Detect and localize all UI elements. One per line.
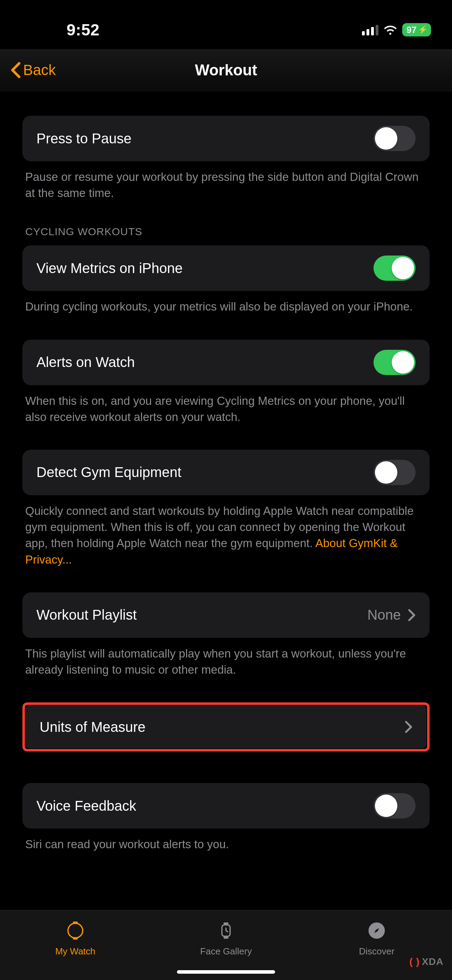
tab-label: Face Gallery <box>200 946 251 957</box>
row-footer: Siri can read your workout alerts to you… <box>25 836 427 853</box>
battery-indicator: 97 ⚡ <box>402 23 431 37</box>
group-press-to-pause: Press to Pause Pause or resume your work… <box>22 116 430 201</box>
highlight-units-of-measure: Units of Measure <box>22 702 430 751</box>
status-right: 97 ⚡ <box>362 23 431 37</box>
row-alerts-on-watch[interactable]: Alerts on Watch <box>22 340 430 385</box>
group-detect-gym: Detect Gym Equipment Quickly connect and… <box>22 450 430 568</box>
toggle-voice-feedback[interactable] <box>374 793 415 818</box>
nav-bar: Back Workout <box>0 49 452 91</box>
row-footer: During cycling workouts, your metrics wi… <box>25 299 427 315</box>
row-label: View Metrics on iPhone <box>37 261 183 276</box>
tab-label: My Watch <box>56 946 95 957</box>
row-label: Units of Measure <box>40 719 145 735</box>
group-cycling: CYCLING WORKOUTS View Metrics on iPhone … <box>22 226 430 315</box>
row-voice-feedback[interactable]: Voice Feedback <box>22 783 430 829</box>
back-label: Back <box>23 62 56 78</box>
chevron-right-icon <box>408 609 415 621</box>
svg-rect-1 <box>73 921 78 924</box>
back-button[interactable]: Back <box>11 62 56 78</box>
svg-rect-5 <box>224 937 228 939</box>
toggle-alerts-on-watch[interactable] <box>374 350 415 375</box>
toggle-detect-gym-equipment[interactable] <box>374 460 415 485</box>
section-header-cycling: CYCLING WORKOUTS <box>25 226 430 238</box>
row-label: Alerts on Watch <box>37 354 135 370</box>
tab-face-gallery[interactable]: Face Gallery <box>151 920 301 957</box>
row-footer: When this is on, and you are viewing Cyc… <box>25 393 427 425</box>
group-alerts: Alerts on Watch When this is on, and you… <box>22 340 430 425</box>
group-voice-feedback: Voice Feedback Siri can read your workou… <box>22 783 430 853</box>
watch-face-icon <box>215 920 237 941</box>
watermark-xda: ( )XDA <box>409 956 444 967</box>
compass-icon <box>366 920 387 941</box>
chevron-right-icon <box>405 721 412 733</box>
battery-percent: 97 <box>406 24 417 35</box>
toggle-view-metrics[interactable] <box>374 256 415 281</box>
row-label: Voice Feedback <box>37 798 136 814</box>
row-label: Workout Playlist <box>37 607 137 623</box>
home-indicator[interactable] <box>177 970 275 974</box>
svg-rect-2 <box>73 937 78 940</box>
nav-title: Workout <box>0 61 452 79</box>
screen: 9:52 97 ⚡ Back Workout <box>0 0 452 980</box>
toggle-press-to-pause[interactable] <box>374 126 415 151</box>
row-workout-playlist[interactable]: Workout Playlist None <box>22 592 430 638</box>
cellular-signal-icon <box>362 24 379 35</box>
row-label: Press to Pause <box>37 131 131 146</box>
group-workout-playlist: Workout Playlist None This playlist will… <box>22 592 430 678</box>
content[interactable]: Press to Pause Pause or resume your work… <box>0 91 452 910</box>
status-bar: 9:52 97 ⚡ <box>0 11 452 49</box>
battery-charging-icon: ⚡ <box>418 25 428 34</box>
row-label: Detect Gym Equipment <box>37 465 181 480</box>
tab-bar: My Watch Face Gallery Discover <box>0 910 452 980</box>
tab-discover[interactable]: Discover <box>301 920 452 957</box>
row-units-of-measure[interactable]: Units of Measure <box>25 706 427 748</box>
row-footer: Pause or resume your workout by pressing… <box>25 169 427 201</box>
watermark-text: XDA <box>422 956 444 967</box>
row-detect-gym-equipment[interactable]: Detect Gym Equipment <box>22 450 430 495</box>
row-value: None <box>367 607 401 623</box>
wifi-icon <box>383 23 397 37</box>
tab-label: Discover <box>359 946 394 957</box>
watch-icon <box>65 920 86 941</box>
status-time: 9:52 <box>67 20 100 39</box>
chevron-left-icon <box>11 62 21 78</box>
tab-my-watch[interactable]: My Watch <box>0 920 151 957</box>
row-press-to-pause[interactable]: Press to Pause <box>22 116 430 161</box>
svg-rect-4 <box>224 923 228 924</box>
svg-point-0 <box>68 923 83 938</box>
row-view-metrics[interactable]: View Metrics on iPhone <box>22 245 430 291</box>
row-footer: Quickly connect and start workouts by ho… <box>25 503 427 568</box>
row-footer: This playlist will automatically play wh… <box>25 646 427 678</box>
